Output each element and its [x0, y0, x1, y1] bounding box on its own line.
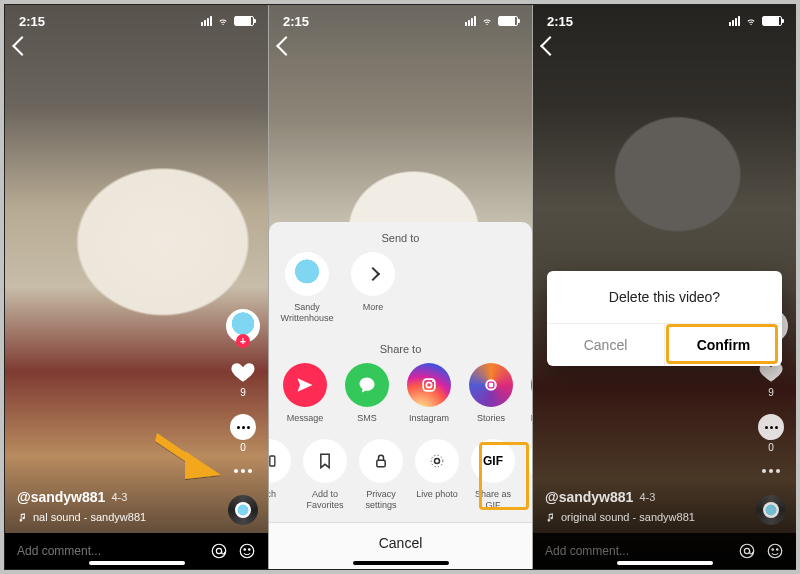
- dialog-title: Delete this video?: [547, 271, 782, 323]
- status-bar: 2:15: [533, 11, 796, 31]
- comment-input[interactable]: [17, 544, 200, 558]
- status-bar: 2:15: [5, 11, 268, 31]
- follow-plus-icon[interactable]: +: [236, 334, 250, 348]
- sms-icon: [345, 363, 389, 407]
- message-icon: [283, 363, 327, 407]
- back-button[interactable]: [15, 39, 29, 53]
- signal-icon: [201, 16, 212, 26]
- sound-row[interactable]: nal sound - sandyw881: [17, 511, 146, 523]
- svg-point-5: [244, 549, 246, 551]
- action-gif[interactable]: GIF Share as GIF: [471, 439, 515, 510]
- share-stories[interactable]: Stories: [469, 363, 513, 423]
- action-livephoto[interactable]: Live photo: [415, 439, 459, 499]
- svg-rect-13: [270, 456, 275, 466]
- action-rail: + 9 0: [226, 309, 260, 525]
- battery-icon: [762, 16, 782, 26]
- comment-count: 0: [240, 442, 246, 453]
- sound-disc[interactable]: [756, 495, 786, 525]
- svg-point-21: [777, 549, 779, 551]
- share-message[interactable]: Message: [283, 363, 327, 423]
- delete-dialog: Delete this video? Cancel Confirm: [547, 271, 782, 366]
- instagram-icon: [407, 363, 451, 407]
- chevron-left-icon: [12, 36, 32, 56]
- status-time: 2:15: [547, 14, 573, 29]
- more-chevron-icon: [351, 252, 395, 296]
- wifi-icon: [480, 16, 494, 26]
- svg-point-3: [216, 548, 221, 553]
- emoji-icon[interactable]: [238, 542, 256, 560]
- like-count: 9: [240, 387, 246, 398]
- status-indicators: [201, 16, 254, 26]
- share-sheet: Send to Sandy Writtenhouse More Share to…: [269, 222, 532, 569]
- more-button[interactable]: [234, 469, 252, 473]
- send-to-title: Send to: [269, 222, 532, 252]
- status-indicators: [729, 16, 782, 26]
- status-indicators: [465, 16, 518, 26]
- comment-button[interactable]: 0: [758, 414, 784, 453]
- dialog-confirm[interactable]: Confirm: [665, 324, 782, 366]
- username-row[interactable]: @sandyw881 4-3: [545, 489, 695, 505]
- more-dots-icon: [762, 469, 780, 473]
- chevron-left-icon: [276, 36, 296, 56]
- svg-point-6: [249, 549, 251, 551]
- comment-bubble-icon: [230, 414, 256, 440]
- svg-point-19: [768, 544, 782, 558]
- home-indicator: [89, 561, 185, 565]
- battery-icon: [234, 16, 254, 26]
- svg-point-16: [431, 455, 443, 467]
- share-instagram[interactable]: Instagram: [407, 363, 451, 423]
- lock-icon: [359, 439, 403, 483]
- phone-screen-3: 2:15 + 9 0 @sandyw881 4-3: [533, 5, 796, 569]
- more-dots-icon: [234, 469, 252, 473]
- video-meta: @sandyw881 4-3 nal sound - sandyw881: [17, 489, 146, 523]
- like-count: 9: [768, 387, 774, 398]
- comment-bubble-icon: [758, 414, 784, 440]
- dialog-cancel[interactable]: Cancel: [547, 324, 665, 366]
- messenger-icon: [531, 363, 532, 407]
- share-messenger[interactable]: Messenger: [531, 363, 532, 423]
- action-favorites[interactable]: Add to Favorites: [303, 439, 347, 510]
- contact-avatar-icon: [285, 252, 329, 296]
- music-note-icon: [545, 512, 555, 522]
- back-button[interactable]: [543, 39, 557, 53]
- annotation-arrow: [155, 431, 225, 483]
- more-button[interactable]: [762, 469, 780, 473]
- signal-icon: [465, 16, 476, 26]
- like-button[interactable]: 9: [230, 359, 256, 398]
- home-indicator: [353, 561, 449, 565]
- mention-icon[interactable]: [210, 542, 228, 560]
- action-privacy[interactable]: Privacy settings: [359, 439, 403, 510]
- emoji-icon[interactable]: [766, 542, 784, 560]
- comment-button[interactable]: 0: [230, 414, 256, 453]
- wifi-icon: [744, 16, 758, 26]
- profile-avatar[interactable]: +: [226, 309, 260, 343]
- share-to-title: Share to: [269, 333, 532, 363]
- sound-row[interactable]: original sound - sandyw881: [545, 511, 695, 523]
- wifi-icon: [216, 16, 230, 26]
- svg-rect-14: [377, 460, 385, 467]
- phone-screen-2: 2:15 Send to Sandy Writtenhouse More: [269, 5, 532, 569]
- svg-point-20: [772, 549, 774, 551]
- username-row[interactable]: @sandyw881 4-3: [17, 489, 146, 505]
- music-note-icon: [17, 512, 27, 522]
- gif-icon: GIF: [471, 439, 515, 483]
- back-button[interactable]: [279, 39, 293, 53]
- sound-disc[interactable]: [228, 495, 258, 525]
- mention-icon[interactable]: [738, 542, 756, 560]
- heart-icon: [230, 359, 256, 385]
- share-sms[interactable]: SMS: [345, 363, 389, 423]
- comment-input[interactable]: [545, 544, 728, 558]
- video-meta: @sandyw881 4-3 original sound - sandyw88…: [545, 489, 695, 523]
- svg-point-17: [740, 544, 754, 558]
- comment-count: 0: [768, 442, 774, 453]
- home-indicator: [617, 561, 713, 565]
- svg-point-4: [240, 544, 254, 558]
- status-bar: 2:15: [269, 11, 532, 31]
- action-stitch[interactable]: itch: [269, 439, 291, 499]
- bookmark-icon: [303, 439, 347, 483]
- action-delete[interactable]: Delete: [527, 439, 532, 499]
- signal-icon: [729, 16, 740, 26]
- send-contact[interactable]: Sandy Writtenhouse: [283, 252, 331, 323]
- status-time: 2:15: [19, 14, 45, 29]
- send-more[interactable]: More: [349, 252, 397, 312]
